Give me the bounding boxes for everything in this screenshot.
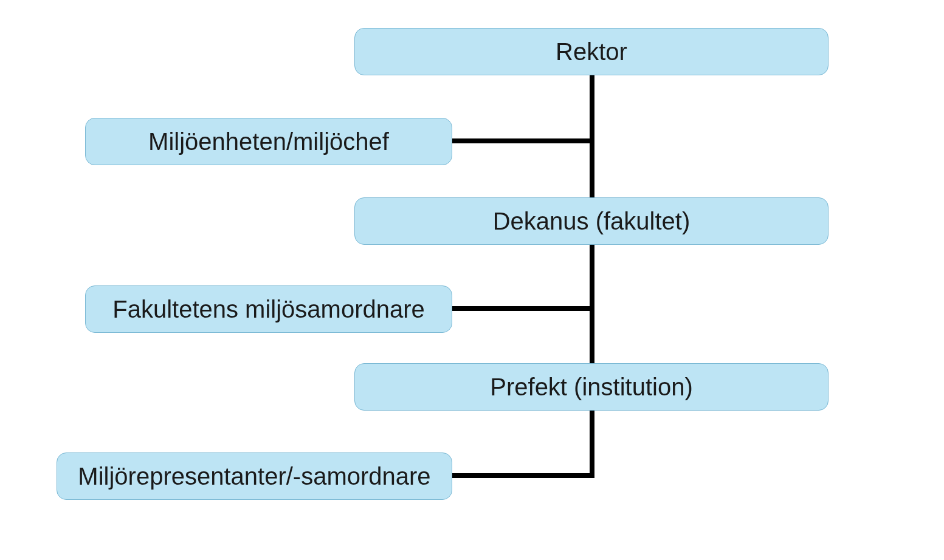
node-miljoenheten-miljochef: Miljöenheten/miljöchef (85, 118, 452, 165)
node-miljorepresentanter-samordnare: Miljörepresentanter/-samordnare (57, 452, 452, 500)
connector-h-to-miljrep (452, 473, 594, 478)
node-prefekt-institution: Prefekt (institution) (354, 363, 829, 411)
connector-h-to-fakms (452, 306, 594, 311)
node-dekanus-fakultet: Dekanus (fakultet) (354, 197, 829, 245)
node-fakultetens-miljosamordnare: Fakultetens miljösamordnare (85, 285, 452, 333)
node-rektor: Rektor (354, 28, 829, 75)
connector-h-to-miljochef (452, 138, 594, 143)
connector-vertical-main (590, 75, 594, 476)
